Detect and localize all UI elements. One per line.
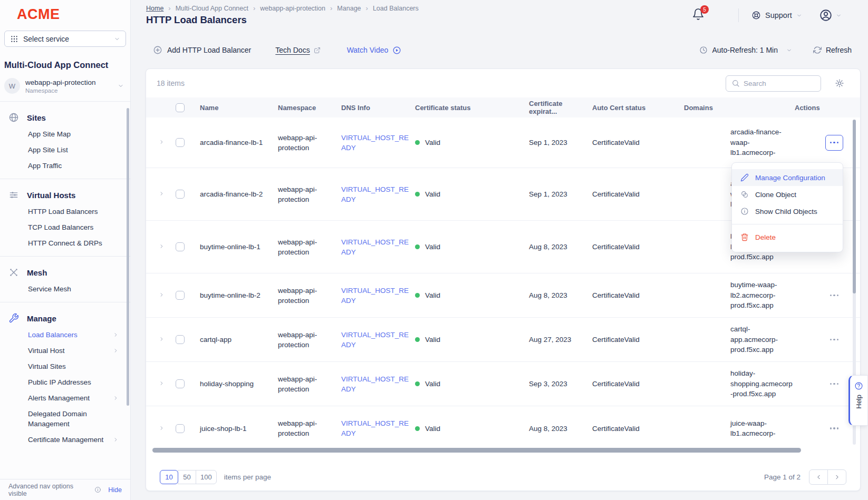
menu-item-delete[interactable]: Delete	[732, 229, 843, 246]
breadcrumb-home[interactable]: Home	[146, 5, 163, 12]
help-tab[interactable]: Help	[848, 375, 868, 426]
add-http-load-balancer-button[interactable]: Add HTTP Load Balancer	[153, 45, 251, 55]
dns-info-link[interactable]: VIRTUAL_HOST_READY	[341, 237, 411, 257]
table-row: buytime-online-lb-2 webapp-api-protectio…	[146, 273, 860, 318]
sidebar-item-service-mesh[interactable]: Service Mesh	[0, 281, 130, 297]
namespace-avatar: W	[4, 78, 20, 94]
chevron-down-icon	[786, 47, 792, 53]
sidebar-item-http-load-balancers[interactable]: HTTP Load Balancers	[0, 203, 130, 219]
vertical-scrollbar[interactable]	[853, 120, 856, 293]
certificate-status: Valid	[425, 425, 440, 433]
sidebar-item-virtual-sites[interactable]: Virtual Sites	[0, 358, 130, 374]
expand-row-icon[interactable]	[159, 336, 165, 342]
dns-info-link[interactable]: VIRTUAL_HOST_READY	[341, 330, 411, 350]
globe-icon	[8, 112, 19, 123]
sidebar-item-app-site-list[interactable]: App Site List	[0, 142, 130, 158]
add-button-label: Add HTTP Load Balancer	[167, 46, 251, 54]
row-checkbox[interactable]	[176, 424, 185, 433]
dns-info-link[interactable]: VIRTUAL_HOST_READY	[341, 184, 411, 204]
column-header-dns-info[interactable]: DNS Info	[341, 104, 415, 112]
sidebar-item-app-site-map[interactable]: App Site Map	[0, 126, 130, 142]
expand-row-icon[interactable]	[159, 380, 165, 386]
row-checkbox[interactable]	[176, 335, 185, 344]
column-header-certificate-expiration[interactable]: Certificate expirat...	[529, 100, 592, 115]
row-checkbox[interactable]	[176, 379, 185, 388]
chevron-left-icon	[815, 474, 822, 481]
sidebar-item-load-balancers[interactable]: Load Balancers	[0, 327, 130, 342]
dns-info-link[interactable]: VIRTUAL_HOST_READY	[341, 418, 411, 438]
page-size-100[interactable]: 100	[196, 470, 217, 484]
sidebar-scrollbar[interactable]	[127, 108, 129, 406]
lb-namespace: webapp-api-protection	[278, 374, 326, 394]
sidebar-item-alerts-management[interactable]: Alerts Management	[0, 390, 130, 406]
column-header-name[interactable]: Name	[200, 104, 278, 112]
grid-icon	[10, 35, 18, 43]
dns-info-link[interactable]: VIRTUAL_HOST_READY	[341, 133, 411, 153]
namespace-label: Namespace	[25, 87, 112, 94]
row-actions-button[interactable]	[825, 332, 843, 348]
breadcrumb-item[interactable]: webapp-api-protection	[260, 5, 325, 12]
breadcrumb-item[interactable]: Multi-Cloud App Connect	[176, 5, 248, 12]
previous-page-button[interactable]	[809, 469, 828, 485]
menu-item-show-child-objects[interactable]: Show Child Objects	[732, 203, 843, 220]
status-dot	[415, 381, 420, 386]
sidebar-item-virtual-host[interactable]: Virtual Host	[0, 342, 130, 358]
gear-icon[interactable]	[835, 79, 844, 88]
header-actions: 5 Support	[692, 7, 842, 24]
service-select[interactable]: Select service	[4, 31, 126, 47]
row-checkbox[interactable]	[176, 242, 185, 251]
select-all-checkbox[interactable]	[176, 103, 185, 112]
expand-row-icon[interactable]	[159, 425, 165, 431]
dns-info-link[interactable]: VIRTUAL_HOST_READY	[341, 374, 411, 394]
row-checkbox[interactable]	[176, 138, 185, 147]
notifications-button[interactable]: 5	[692, 8, 705, 23]
expand-row-icon[interactable]	[159, 139, 165, 145]
auto-cert-status: CertificateValid	[592, 190, 640, 198]
sidebar-item-app-traffic[interactable]: App Traffic	[0, 158, 130, 173]
expand-row-icon[interactable]	[159, 191, 165, 197]
row-actions-button[interactable]	[825, 376, 843, 392]
tech-docs-link[interactable]: Tech Docs	[275, 46, 320, 54]
sidebar-item-label: Load Balancers	[28, 330, 78, 340]
sidebar-item-label: Virtual Host	[28, 346, 65, 356]
menu-item-manage-configuration[interactable]: Manage Configuration	[732, 169, 843, 186]
next-page-button[interactable]	[827, 469, 846, 485]
sidebar-item-public-ip-addresses[interactable]: Public IP Addresses	[0, 374, 130, 390]
breadcrumb-item[interactable]: Manage	[337, 5, 361, 12]
search-input[interactable]	[744, 80, 807, 87]
account-menu[interactable]	[819, 8, 842, 22]
column-header-certificate-status[interactable]: Certificate status	[415, 104, 529, 112]
namespace-selector[interactable]: W webapp-api-protection Namespace	[4, 78, 126, 94]
refresh-button[interactable]: Refresh	[813, 46, 852, 54]
service-select-label: Select service	[23, 35, 109, 43]
column-header-auto-cert-status[interactable]: Auto Cert status	[592, 104, 684, 112]
row-checkbox[interactable]	[176, 291, 185, 300]
hide-link[interactable]: Hide	[108, 486, 122, 494]
auto-refresh-select[interactable]: Auto-Refresh: 1 Min	[699, 46, 792, 54]
sidebar-item-certificate-management[interactable]: Certificate Management	[0, 432, 130, 447]
breadcrumb-item[interactable]: Load Balancers	[373, 5, 419, 12]
lb-namespace: webapp-api-protection	[278, 237, 326, 257]
section-header-mesh: Mesh	[0, 264, 130, 281]
sidebar-item-delegated-domain-management[interactable]: Delegated Domain Management	[0, 406, 130, 432]
expand-row-icon[interactable]	[159, 243, 165, 249]
certificate-status: Valid	[425, 291, 440, 299]
sidebar-item-tcp-load-balancers[interactable]: TCP Load Balancers	[0, 219, 130, 235]
expand-row-icon[interactable]	[159, 292, 165, 298]
page-size-50[interactable]: 50	[178, 470, 196, 484]
sidebar-item-http-connect-drps[interactable]: HTTP Connect & DRPs	[0, 235, 130, 251]
tech-docs-label: Tech Docs	[275, 46, 310, 54]
page-size-10[interactable]: 10	[160, 470, 178, 484]
row-checkbox[interactable]	[176, 190, 185, 199]
column-header-namespace[interactable]: Namespace	[278, 104, 341, 112]
menu-item-label: Show Child Objects	[755, 208, 817, 215]
support-menu[interactable]: Support	[751, 11, 802, 20]
menu-item-clone-object[interactable]: Clone Object	[732, 186, 843, 203]
row-actions-button[interactable]	[825, 288, 843, 303]
row-actions-button[interactable]	[825, 135, 843, 151]
column-header-domains[interactable]: Domains	[684, 104, 795, 112]
watch-video-link[interactable]: Watch Video	[347, 46, 402, 55]
dns-info-link[interactable]: VIRTUAL_HOST_READY	[341, 286, 411, 306]
horizontal-scrollbar[interactable]	[152, 448, 801, 453]
row-actions-button[interactable]	[825, 420, 843, 436]
